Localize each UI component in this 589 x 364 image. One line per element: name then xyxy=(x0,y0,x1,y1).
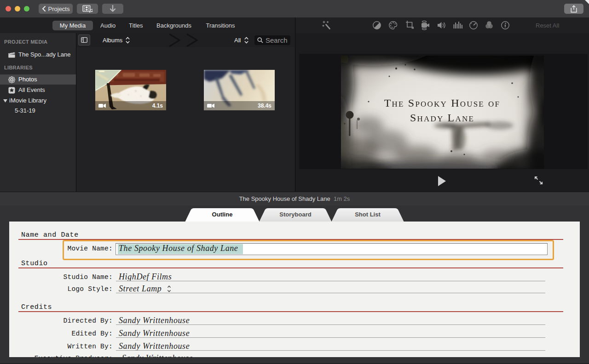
svg-text:Storyboard: Storyboard xyxy=(279,211,311,218)
svg-text:4.1s: 4.1s xyxy=(152,102,163,109)
svg-text:The Spooky House of: The Spooky House of xyxy=(384,97,501,109)
svg-text:Shady Lane: Shady Lane xyxy=(410,112,474,124)
svg-text:38.4s: 38.4s xyxy=(258,102,271,109)
svg-text:Outline: Outline xyxy=(212,211,233,218)
svg-text:Shot List: Shot List xyxy=(355,211,381,218)
